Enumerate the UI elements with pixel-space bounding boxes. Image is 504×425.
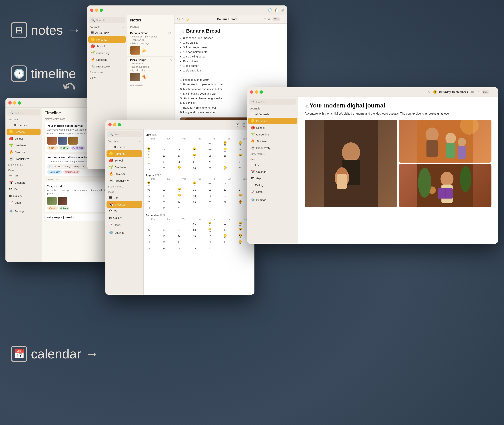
tl-close[interactable]: [8, 101, 12, 105]
det-sidebar-personal[interactable]: 🟡 Personal: [248, 118, 297, 124]
det-more-icon[interactable]: ⋯: [492, 90, 495, 94]
cal-sidebar-stoicism[interactable]: 🔥 Stoicism: [106, 171, 142, 177]
det-sidebar-productivity[interactable]: ☕ Productivity: [248, 145, 297, 151]
cal-sidebar-gardening[interactable]: 🌱 Gardening: [106, 164, 142, 170]
det-search[interactable]: 🔍 Search...: [249, 99, 296, 105]
note-pizza-dough[interactable]: 1y Pizza Dough · 430ml water· 256g flour…: [127, 57, 174, 83]
sidebar-item-personal[interactable]: 🟡 Personal: [88, 36, 126, 43]
det-tl-max[interactable]: [260, 90, 263, 94]
tl-view-list[interactable]: ☰ List: [7, 173, 40, 179]
maximize-button[interactable]: [100, 8, 103, 12]
tag-memories[interactable]: #Memories: [71, 146, 85, 150]
det-sidebar-school[interactable]: 🎒 School: [248, 124, 297, 131]
cal-journals-header: Journals ⌄: [105, 139, 144, 144]
det-expand-icon[interactable]: ⤡: [427, 90, 430, 94]
sidebar-item-all-journals[interactable]: ☰ All Journals: [88, 29, 126, 36]
det-tl-min[interactable]: [255, 90, 258, 94]
det-show-more[interactable]: Show more...: [247, 151, 298, 156]
show-more-button[interactable]: Show more...: [87, 70, 127, 75]
back-icon[interactable]: ⬡: [177, 17, 180, 21]
cal-sidebar-productivity[interactable]: ☕ Productivity: [106, 177, 142, 184]
tl-min[interactable]: [13, 101, 16, 105]
det-view-map[interactable]: 🗺 Map: [248, 175, 297, 181]
tl-view-gallery[interactable]: ⊞ Gallery: [7, 193, 40, 199]
calendar-main: July 2022 MonTueWedThuFriSatSun 01 😊02 😐…: [144, 129, 255, 295]
cal-sidebar-personal[interactable]: 🟡 Personal: [106, 150, 142, 157]
cal-tl-close[interactable]: [108, 123, 111, 126]
det-sidebar-gardening[interactable]: 🌱 Gardening: [248, 131, 297, 138]
note-icon[interactable]: 📋: [275, 8, 279, 12]
minimize-button[interactable]: [95, 8, 98, 12]
cal-view-calendar[interactable]: 📅 Calendar: [106, 201, 142, 208]
tl-sidebar-personal[interactable]: 🟡 Personal: [7, 129, 40, 135]
cal-sidebar-school[interactable]: 🎒 School: [106, 157, 142, 164]
tl-max[interactable]: [18, 101, 21, 105]
aug-grid: 😊01 02 03 😊04 05 06 07 08 09 😊10 11 12 1…: [146, 181, 252, 211]
cal-tl-min[interactable]: [113, 123, 116, 126]
det-badge: 36%: [482, 90, 489, 94]
search-bar[interactable]: 🔍 Search...: [89, 17, 125, 23]
det-add-icon[interactable]: ⊕: [476, 90, 479, 94]
all-notes-label: All Notes: [127, 83, 174, 88]
note1-thumbnail: [130, 46, 140, 54]
close-button[interactable]: [90, 8, 93, 12]
cal-search[interactable]: 🔍 Search...: [107, 131, 142, 137]
sidebar-item-productivity[interactable]: ☕ Productivity: [88, 63, 126, 70]
tag-journaling[interactable]: #Journaling: [47, 170, 62, 174]
cal-view-stats[interactable]: 📈 Stats: [106, 221, 142, 228]
tl-sidebar-stoicism[interactable]: 🔥 Stoicism: [7, 149, 40, 155]
percent-badge: 36%: [272, 17, 280, 21]
det-view-calendar[interactable]: 📅 Calendar: [248, 168, 297, 175]
cal-settings[interactable]: ⚙️ Settings: [106, 229, 142, 236]
tag-hiking[interactable]: #Hiking: [59, 206, 69, 210]
tag-travel[interactable]: #Travel: [47, 146, 58, 150]
det-view-list[interactable]: ☰ List: [248, 162, 297, 168]
cal-view-list[interactable]: ☰ List: [106, 194, 142, 201]
tl-show-more[interactable]: Show more...: [6, 162, 42, 167]
tl-view-map[interactable]: 🗺 Map: [7, 186, 40, 193]
tl-sidebar-productivity[interactable]: ☕ Productivity: [7, 155, 40, 162]
tl-sidebar-school[interactable]: 🎒 School: [7, 135, 40, 142]
tl-view-stats[interactable]: 📈 Stats: [7, 199, 40, 206]
tag-improvement[interactable]: #Improvement: [63, 170, 80, 174]
sidebar-item-gardening[interactable]: 🌱 Gardening: [88, 50, 126, 56]
sidebar-item-stoicism[interactable]: 🔥 Stoicism: [88, 56, 126, 63]
calendar-sidebar: 🔍 Search... Journals ⌄ ☰ All Journals 🟡 …: [105, 129, 144, 295]
tl-settings[interactable]: ⚙️ Settings: [7, 208, 40, 214]
add-icon2[interactable]: ⊕: [268, 17, 271, 21]
svg-point-25: [418, 168, 431, 198]
cal-tl-max[interactable]: [118, 123, 121, 126]
det-grid-icon[interactable]: ⊞: [471, 90, 474, 94]
clock-icon[interactable]: 🕐: [268, 8, 272, 12]
svg-point-20: [440, 172, 453, 186]
det-view-stats[interactable]: 📈 Stats: [248, 188, 297, 195]
cal-sidebar-all[interactable]: ☰ All Journals: [106, 144, 142, 150]
svg-point-6: [342, 142, 360, 162]
tag-travel2[interactable]: #Travel: [47, 206, 58, 210]
svg-rect-17: [458, 146, 466, 159]
cal-show-more[interactable]: Show more...: [105, 184, 144, 189]
det-view-gallery[interactable]: ⊞ Gallery: [248, 182, 297, 188]
add-icon[interactable]: ⊕: [281, 8, 284, 12]
cal-view-gallery[interactable]: ⊞ Gallery: [106, 214, 142, 221]
det-sidebar-all[interactable]: ☰ All Journals: [248, 111, 297, 118]
det-sidebar-stoicism[interactable]: 🔥 Stoicism: [248, 138, 297, 144]
det-tl-close[interactable]: [250, 90, 253, 94]
grid-icon[interactable]: ⊞: [264, 17, 266, 21]
tl-sidebar-gardening[interactable]: 🌱 Gardening: [7, 142, 40, 149]
expand-icon[interactable]: ⤡: [182, 17, 184, 21]
entry2-attachment[interactable]: 📄 Creative-saturday-challenge.pdf: [47, 164, 86, 169]
cal-view-map[interactable]: 🗺 Map: [106, 208, 142, 214]
tag-family[interactable]: #Family: [59, 146, 70, 150]
note-banana-bread[interactable]: 30m Banana Bread · 3 bananas, ripe, mash…: [127, 30, 174, 57]
cal-clock-icon[interactable]: 🕐: [235, 123, 239, 127]
more-icon[interactable]: ⋯: [281, 17, 285, 21]
det-settings[interactable]: ⚙️ Settings: [248, 197, 297, 203]
note2-time: 1y: [170, 58, 172, 61]
cal-note-icon[interactable]: 📋: [242, 123, 246, 127]
tl-sidebar-all[interactable]: ☰ All Journals: [7, 122, 40, 128]
sidebar-item-school[interactable]: 🎒 School: [88, 43, 126, 49]
tl-view-calendar[interactable]: 📅 Calendar: [7, 179, 40, 186]
timeline-search[interactable]: 🔍 Search...: [7, 109, 40, 115]
detail-h1-marker: H1: [305, 105, 309, 108]
